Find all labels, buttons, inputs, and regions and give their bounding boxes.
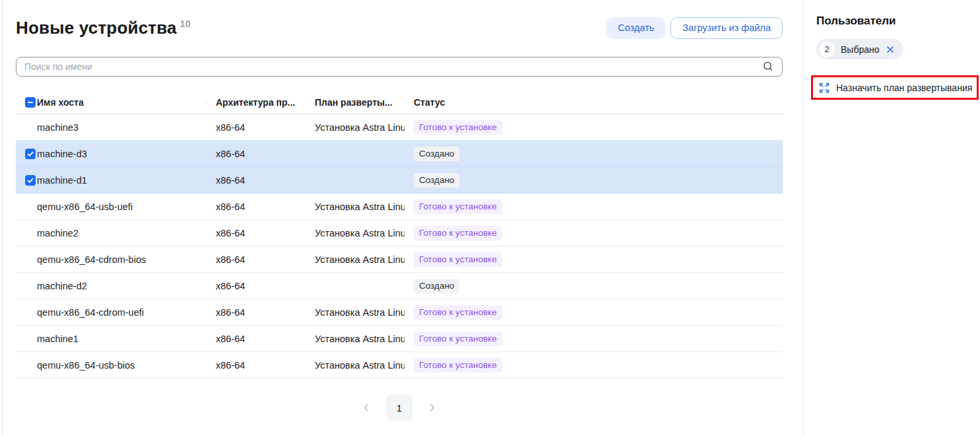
table-row[interactable]: machine-d3 x86-64 Создано	[16, 141, 783, 167]
status-badge: Готово к установке	[414, 358, 502, 373]
row-checkbox[interactable]	[25, 149, 36, 159]
create-button[interactable]: Создать	[606, 17, 665, 39]
cell-hostname: machine2	[37, 228, 207, 238]
cell-hostname: machine-d2	[37, 281, 207, 291]
cell-architecture: x86-64	[207, 334, 306, 344]
cell-architecture: x86-64	[207, 149, 306, 159]
devices-table: Имя хоста Архитектура пр... План разверт…	[16, 91, 783, 379]
cell-plan: Установка Astra Linux	[306, 254, 405, 265]
select-all-checkbox[interactable]	[25, 97, 36, 108]
cell-hostname: machine1	[37, 334, 207, 344]
row-checkbox-cell	[16, 122, 37, 133]
page-title-text: Новые устройства	[16, 18, 177, 38]
status-badge: Создано	[414, 279, 459, 293]
cell-architecture: x86-64	[207, 122, 306, 133]
table-row[interactable]: machine2 x86-64 Установка Astra Linux Го…	[16, 220, 783, 246]
header-checkbox-cell	[16, 97, 37, 108]
column-header-plan[interactable]: План разверты...	[306, 97, 405, 108]
table-row[interactable]: qemu-x86_64-usb-bios x86-64 Установка As…	[16, 352, 783, 379]
cell-status: Готово к установке	[405, 252, 510, 267]
table-row[interactable]: qemu-x86_64-cdrom-bios x86-64 Установка …	[16, 246, 783, 273]
selection-count: 2	[819, 42, 835, 57]
search-icon[interactable]	[762, 61, 774, 73]
cell-architecture: x86-64	[207, 254, 306, 265]
cell-hostname: machine-d3	[37, 149, 207, 159]
row-checkbox-cell	[16, 307, 37, 318]
status-badge: Готово к установке	[414, 200, 502, 214]
cell-architecture: x86-64	[207, 175, 306, 186]
status-badge: Готово к установке	[414, 226, 502, 240]
cell-status: Создано	[405, 279, 510, 293]
cell-architecture: x86-64	[207, 281, 306, 291]
row-checkbox-cell	[16, 175, 37, 186]
cell-architecture: x86-64	[207, 307, 306, 318]
toolbar: Создать Загрузить из файла	[606, 17, 783, 39]
assign-plan-label: Назначить план развертывания	[836, 83, 972, 93]
next-page-button[interactable]	[424, 400, 440, 416]
cell-architecture: x86-64	[207, 228, 306, 238]
cell-plan: Установка Astra Linux	[306, 228, 405, 238]
cell-hostname: machine-d1	[37, 175, 207, 186]
clear-selection-icon[interactable]	[886, 45, 895, 54]
cell-status: Готово к установке	[405, 226, 510, 240]
row-checkbox-cell	[16, 201, 37, 212]
cell-plan: Установка Astra Linux	[306, 201, 405, 212]
assign-plan-icon	[819, 83, 830, 93]
table-row[interactable]: machine-d2 x86-64 Создано	[16, 273, 783, 299]
status-badge: Готово к установке	[414, 332, 502, 346]
status-badge: Создано	[414, 147, 459, 161]
cell-status: Готово к установке	[405, 305, 510, 320]
status-badge: Создано	[414, 173, 459, 188]
cell-plan: Установка Astra Linux	[306, 360, 405, 371]
cell-hostname: qemu-x86_64-usb-uefi	[37, 201, 207, 212]
row-checkbox-cell	[16, 360, 37, 371]
status-badge: Готово к установке	[414, 120, 502, 135]
cell-plan: Установка Astra Linux	[306, 334, 405, 344]
main-content: Новые устройства10 Создать Загрузить из …	[16, 0, 783, 421]
row-checkbox-cell	[16, 281, 37, 291]
cell-status: Готово к установке	[405, 358, 510, 373]
selection-label: Выбрано	[841, 44, 880, 55]
table-row[interactable]: machine-d1 x86-64 Создано	[16, 167, 783, 194]
cell-plan: Установка Astra Linux	[306, 307, 405, 318]
row-checkbox-cell	[16, 149, 37, 159]
table-header-row: Имя хоста Архитектура пр... План разверт…	[16, 91, 783, 114]
row-checkbox-cell	[16, 334, 37, 344]
table-row[interactable]: machine3 x86-64 Установка Astra Linux Го…	[16, 114, 783, 141]
cell-plan: Установка Astra Linux	[306, 122, 405, 133]
prev-page-button[interactable]	[358, 400, 374, 416]
selection-chip[interactable]: 2 Выбрано	[816, 39, 903, 59]
status-badge: Готово к установке	[414, 305, 502, 320]
pagination: 1	[16, 394, 783, 421]
cell-status: Создано	[405, 147, 510, 161]
cell-hostname: qemu-x86_64-cdrom-uefi	[37, 307, 207, 318]
cell-status: Создано	[405, 173, 510, 188]
row-checkbox-cell	[16, 228, 37, 238]
search-box[interactable]	[16, 57, 783, 77]
cell-architecture: x86-64	[207, 201, 306, 212]
column-header-architecture[interactable]: Архитектура пр...	[207, 97, 306, 108]
cell-status: Готово к установке	[405, 332, 510, 346]
users-side-panel: Пользователи 2 Выбрано Назначить план ра…	[802, 0, 980, 436]
cell-hostname: machine3	[37, 122, 207, 133]
column-header-status[interactable]: Статус	[405, 97, 510, 108]
table-body: machine3 x86-64 Установка Astra Linux Го…	[16, 114, 783, 379]
row-checkbox[interactable]	[25, 175, 36, 186]
assign-deployment-plan-button[interactable]: Назначить план развертывания	[811, 75, 979, 100]
column-header-hostname[interactable]: Имя хоста	[37, 97, 207, 108]
cell-hostname: qemu-x86_64-cdrom-bios	[37, 254, 207, 265]
page-number-button[interactable]: 1	[386, 394, 412, 421]
cell-hostname: qemu-x86_64-usb-bios	[37, 360, 207, 371]
upload-from-file-button[interactable]: Загрузить из файла	[670, 17, 783, 39]
table-row[interactable]: qemu-x86_64-cdrom-uefi x86-64 Установка …	[16, 299, 783, 326]
search-input[interactable]	[24, 61, 757, 72]
cell-status: Готово к установке	[405, 200, 510, 214]
status-badge: Готово к установке	[414, 252, 502, 267]
window-left-edge	[2, 0, 3, 436]
page-header: Новые устройства10 Создать Загрузить из …	[16, 16, 783, 40]
table-row[interactable]: machine1 x86-64 Установка Astra Linux Го…	[16, 326, 783, 352]
cell-architecture: x86-64	[207, 360, 306, 371]
cell-status: Готово к установке	[405, 120, 510, 135]
side-panel-title: Пользователи	[816, 15, 980, 28]
table-row[interactable]: qemu-x86_64-usb-uefi x86-64 Установка As…	[16, 194, 783, 220]
